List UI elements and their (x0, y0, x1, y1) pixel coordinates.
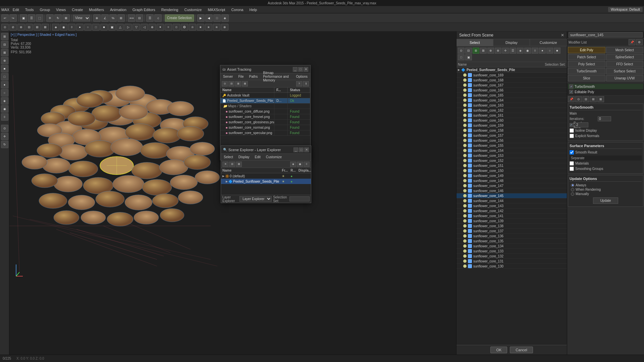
se-menu-select[interactable]: Select (222, 155, 234, 160)
sfs-tbtn-12[interactable]: ● (539, 48, 546, 54)
sfs-tbtn-8[interactable]: ☰ (509, 48, 516, 54)
sfs-tab-display[interactable]: Display (493, 39, 530, 46)
snap-toggle-button[interactable]: ⊕ (93, 14, 101, 22)
align-button[interactable]: ⊟ (136, 14, 143, 22)
track-view-button[interactable]: ♫ (154, 14, 162, 22)
explicit-normals-checkbox[interactable] (570, 134, 574, 138)
sub-tool-1[interactable]: ⊙ (1, 24, 9, 31)
sfs-tbtn-9[interactable]: ◈ (517, 48, 524, 54)
rect-select-button[interactable]: ⬚ (36, 14, 43, 22)
lt-systems[interactable]: ◊ (1, 113, 8, 121)
lt-cameras[interactable]: ○ (1, 89, 8, 97)
sub-tool-8[interactable]: ◉ (60, 24, 67, 31)
sub-tool-21[interactable]: ✧ (165, 24, 172, 31)
mod-tbtn-cfg[interactable]: ⚙ (636, 39, 643, 45)
sub-tool-2[interactable]: ⊘ (9, 24, 17, 31)
sfs-list-item[interactable]: sunflower_core_155 (457, 143, 567, 148)
sfs-list-item[interactable]: sunflower_core_156 (457, 138, 567, 143)
sfs-list-item[interactable]: sunflower_core_139 (457, 219, 567, 224)
mod-btn-poly-select[interactable]: Poly Select (568, 61, 605, 67)
sub-tool-13[interactable]: ■ (100, 24, 108, 31)
menu-edit[interactable]: Edit (10, 7, 22, 12)
sub-tool-11[interactable]: ○ (84, 24, 92, 31)
lt-unlink[interactable]: ⊟ (1, 41, 8, 48)
ref-coord-dropdown[interactable]: View World Local (73, 15, 90, 21)
sfs-list-item[interactable]: sunflower_core_154 (457, 148, 567, 153)
sfs-list-item[interactable]: sunflower_core_163 (457, 103, 567, 108)
select-by-name-button[interactable]: ☰ (28, 14, 35, 22)
material-editor-button[interactable]: ◈ (221, 14, 229, 22)
sfs-list-item[interactable]: sunflower_core_143 (457, 203, 567, 208)
sfs-list-item[interactable]: sunflower_core_160 (457, 118, 567, 123)
sfs-tbtn-11[interactable]: ◊ (532, 48, 538, 54)
sfs-tab-select[interactable]: Select (457, 39, 493, 46)
sub-tool-6[interactable]: ⊠ (42, 24, 49, 31)
percent-snap-button[interactable]: % (109, 14, 117, 22)
mod-check-turbosmooth[interactable]: ✓ (569, 84, 573, 88)
sub-tool-10[interactable]: ● (76, 24, 84, 31)
se-tbtn-close[interactable]: ✕ (222, 162, 228, 167)
render-button[interactable]: ◀ (205, 14, 213, 22)
se-row-default[interactable]: ▶ 🔆 0 (default) ☀ ● (221, 173, 311, 179)
sfs-tbtn-1[interactable]: ⊙ (458, 48, 465, 54)
lt-bone[interactable]: ⊕ (1, 57, 8, 64)
materials-checkbox[interactable] (570, 161, 574, 166)
menu-graph-editors[interactable]: Graph Editors (130, 7, 158, 12)
se-tbtn-2[interactable]: ⊠ (236, 162, 242, 167)
sfs-tbtn-4[interactable]: ⊠ (480, 48, 487, 54)
sfs-tbtn-2[interactable]: ⊟ (465, 48, 472, 54)
sfs-list-item[interactable]: sunflower_core_150 (457, 168, 567, 173)
sfs-root-expand[interactable]: ▶ (458, 68, 460, 71)
lt-zoom[interactable]: ⊙ (1, 125, 8, 132)
sub-tool-14[interactable]: ▣ (108, 24, 116, 31)
lt-shapes[interactable]: □ (1, 73, 8, 80)
smoothing-groups-checkbox[interactable] (570, 167, 574, 171)
sfs-tbtn-15[interactable]: □ (458, 54, 465, 60)
se-tbtn-4[interactable]: ◉ (297, 162, 303, 167)
sfs-list-item[interactable]: sunflower_core_169 (457, 73, 567, 78)
iterations-input[interactable] (598, 116, 611, 121)
sfs-tbtn-5[interactable]: ⊕ (487, 48, 494, 54)
menu-animation[interactable]: Animation (107, 7, 129, 12)
workspace-label[interactable]: Workspace: Default (608, 7, 643, 12)
sfs-tbtn-10[interactable]: ◉ (524, 48, 531, 54)
sfs-tbtn-13[interactable]: ○ (546, 48, 553, 54)
sfs-ok-button[interactable]: OK (490, 347, 507, 353)
render-frame-button[interactable]: □ (213, 14, 221, 22)
at-tbtn-3[interactable]: ⊞ (235, 81, 241, 86)
at-menu-file[interactable]: File (237, 74, 245, 79)
sub-tool-15[interactable]: △ (116, 24, 124, 31)
sfs-tbtn-16[interactable]: ▣ (465, 54, 472, 60)
at-menu-server[interactable]: Server (222, 74, 234, 79)
mod-btn-ffd-select[interactable]: FFD Select (606, 61, 644, 67)
redo-button[interactable]: ↪ (9, 14, 17, 22)
menu-modifiers[interactable]: Modifiers (86, 7, 107, 12)
sfs-list-item[interactable]: sunflower_core_137 (457, 229, 567, 234)
mod-btn-edit-poly[interactable]: Edit Poly (568, 47, 605, 53)
render-setup-button[interactable]: ▶ (197, 14, 205, 22)
sfs-list-item[interactable]: sunflower_core_151 (457, 163, 567, 168)
sfs-list-item[interactable]: sunflower_core_146 (457, 188, 567, 193)
at-minimize-button[interactable]: _ (293, 67, 298, 72)
rotate-button[interactable]: ↻ (54, 14, 62, 22)
sfs-cancel-button[interactable]: Cancel (510, 347, 533, 353)
sfs-close-x[interactable]: ✕ (561, 33, 564, 38)
sfs-list-item[interactable]: sunflower_core_136 (457, 234, 567, 239)
sub-tool-18[interactable]: ◁ (141, 24, 148, 31)
mod-btn-slice[interactable]: Slice (568, 75, 605, 81)
mod-stack-item-turbosmooth[interactable]: ✓ TurboSmooth (568, 84, 643, 89)
sfs-list-item[interactable]: sunflower_core_159 (457, 123, 567, 128)
expand-arrow-1[interactable]: ▶ (222, 175, 224, 178)
sub-tool-20[interactable]: ✦ (157, 24, 164, 31)
mod-btn-unwrap-uvw[interactable]: Unwrap UVW (606, 75, 644, 81)
se-maximize-button[interactable]: □ (299, 147, 304, 152)
menu-views[interactable]: Views (53, 7, 68, 12)
sfs-list-item[interactable]: sunflower_core_144 (457, 198, 567, 203)
se-minimize-button[interactable]: _ (293, 147, 298, 152)
menu-help[interactable]: Help (247, 7, 260, 12)
sub-tool-4[interactable]: ⊟ (25, 24, 33, 31)
sfs-list-item[interactable]: sunflower_core_131 (457, 259, 567, 264)
mod-nav-4[interactable]: ⊞ (590, 96, 597, 102)
sfs-list-item[interactable]: sunflower_core_168 (457, 78, 567, 83)
se-list[interactable]: Name Fr... R... Displa... ▶ 🔆 0 (default… (221, 168, 311, 195)
